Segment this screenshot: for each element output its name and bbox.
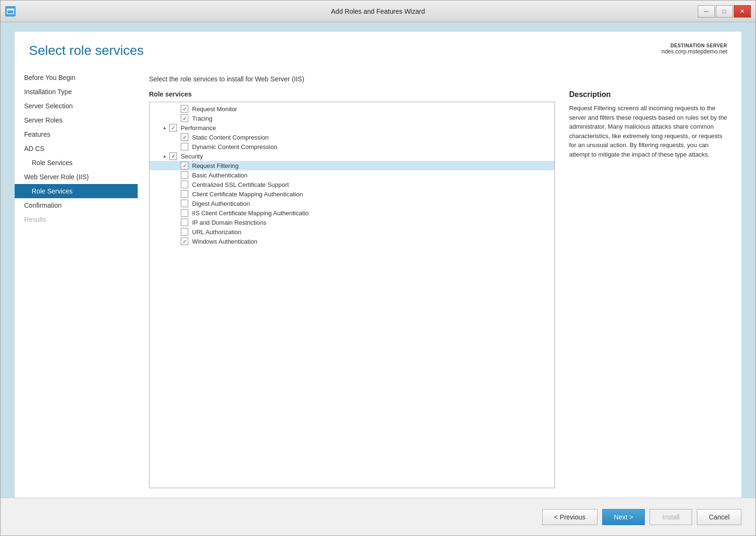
tree-item-label: Centralized SSL Certificate Support xyxy=(192,181,289,188)
close-button[interactable]: ✕ xyxy=(734,5,751,18)
tree-item-label: Request Filtering xyxy=(192,162,238,169)
checkbox[interactable] xyxy=(181,237,188,245)
services-list[interactable]: Request MonitorTracing▲PerformanceStatic… xyxy=(149,102,555,488)
tree-item[interactable]: IP and Domain Restrictions xyxy=(149,218,554,227)
dest-label: DESTINATION SERVER xyxy=(661,43,727,48)
description-title: Description xyxy=(569,90,730,99)
checkbox[interactable] xyxy=(181,219,188,226)
cancel-button[interactable]: Cancel xyxy=(697,509,741,525)
window-controls: ─ □ ✕ xyxy=(698,5,751,18)
tree-item[interactable]: IIS Client Certificate Mapping Authentic… xyxy=(149,208,554,218)
tree-item[interactable]: Windows Authentication xyxy=(149,237,554,246)
tree-item[interactable]: URL Authorization xyxy=(149,227,554,237)
title-bar: Add Roles and Features Wizard ─ □ ✕ xyxy=(0,0,756,22)
instruction-text: Select the role services to install for … xyxy=(149,75,730,83)
checkbox[interactable] xyxy=(181,105,188,113)
tree-item-label: Client Certificate Mapping Authenticatio… xyxy=(192,191,303,198)
sidebar: Before You BeginInstallation TypeServer … xyxy=(15,66,138,498)
checkbox[interactable] xyxy=(169,124,177,132)
tree-item-label: Request Monitor xyxy=(192,105,237,113)
dest-value: ndes.corp.mstepdemo.net xyxy=(661,48,727,55)
checkbox[interactable] xyxy=(181,200,188,207)
description-panel: Description Request Filtering screens al… xyxy=(569,90,730,488)
sidebar-item[interactable]: Role Services xyxy=(15,184,138,198)
tree-item-label: Security xyxy=(181,153,203,160)
checkbox[interactable] xyxy=(181,162,188,169)
main-window: Add Roles and Features Wizard ─ □ ✕ Sele… xyxy=(0,0,756,536)
checkbox[interactable] xyxy=(181,114,188,122)
tree-item-label: Tracing xyxy=(192,115,212,122)
role-services-label: Role services xyxy=(149,90,555,98)
tree-item[interactable]: Tracing xyxy=(149,114,554,123)
previous-button[interactable]: < Previous xyxy=(542,509,598,525)
tree-item-label: Windows Authentication xyxy=(192,238,257,245)
checkbox[interactable] xyxy=(181,181,188,188)
page-title: Select role services xyxy=(29,43,144,58)
sidebar-item[interactable]: Server Roles xyxy=(15,113,138,127)
tree-item-label: IP and Domain Restrictions xyxy=(192,219,266,226)
description-text: Request Filtering screens all incoming r… xyxy=(569,104,730,159)
minimize-button[interactable]: ─ xyxy=(698,5,715,18)
tree-item-label: Basic Authentication xyxy=(192,172,247,179)
role-services-panel: Role services Request MonitorTracing▲Per… xyxy=(149,90,555,488)
tree: Request MonitorTracing▲PerformanceStatic… xyxy=(149,102,554,248)
main-content: Select the role services to install for … xyxy=(138,66,741,498)
expander-icon: ▲ xyxy=(161,125,168,130)
expander-icon: ▲ xyxy=(161,154,168,158)
tree-item[interactable]: ▲Security xyxy=(149,151,554,161)
checkbox[interactable] xyxy=(181,171,188,179)
install-button[interactable]: Install xyxy=(650,509,692,525)
main-panel: Select role services DESTINATION SERVER … xyxy=(15,32,741,498)
tree-item-label: Static Content Compression xyxy=(192,134,269,141)
content-area: Select role services DESTINATION SERVER … xyxy=(0,22,756,536)
sidebar-item[interactable]: Installation Type xyxy=(15,85,138,99)
checkbox[interactable] xyxy=(181,209,188,217)
sidebar-item[interactable]: Before You Begin xyxy=(15,70,138,85)
tree-item-label: Digest Authentication xyxy=(192,200,250,207)
tree-item[interactable]: Static Content Compression xyxy=(149,132,554,142)
content-columns: Role services Request MonitorTracing▲Per… xyxy=(149,90,730,488)
tree-item[interactable]: Client Certificate Mapping Authenticatio… xyxy=(149,189,554,199)
sidebar-item: Results xyxy=(15,212,138,227)
title-bar-left xyxy=(5,6,16,17)
tree-item-label: Dynamic Content Compression xyxy=(192,143,277,150)
bottom-bar: < Previous Next > Install Cancel xyxy=(0,498,756,536)
tree-item[interactable]: Request Monitor xyxy=(149,104,554,114)
sidebar-item[interactable]: Role Services xyxy=(15,156,138,170)
panel-body: Before You BeginInstallation TypeServer … xyxy=(15,66,741,498)
tree-item[interactable]: Dynamic Content Compression xyxy=(149,142,554,151)
sidebar-item[interactable]: Web Server Role (IIS) xyxy=(15,170,138,184)
tree-item-label: IIS Client Certificate Mapping Authentic… xyxy=(192,210,308,217)
panel-header: Select role services DESTINATION SERVER … xyxy=(15,32,741,66)
checkbox[interactable] xyxy=(181,228,188,236)
wizard-icon xyxy=(5,6,16,17)
tree-item[interactable]: Centralized SSL Certificate Support xyxy=(149,180,554,189)
tree-item[interactable]: Digest Authentication xyxy=(149,199,554,208)
sidebar-item[interactable]: Server Selection xyxy=(15,99,138,113)
destination-server: DESTINATION SERVER ndes.corp.mstepdemo.n… xyxy=(661,43,727,55)
checkbox[interactable] xyxy=(181,190,188,198)
maximize-button[interactable]: □ xyxy=(716,5,733,18)
tree-item-label: Performance xyxy=(181,124,216,132)
checkbox[interactable] xyxy=(181,133,188,141)
checkbox[interactable] xyxy=(169,152,177,160)
sidebar-item[interactable]: Features xyxy=(15,127,138,141)
checkbox[interactable] xyxy=(181,143,188,150)
sidebar-item[interactable]: AD CS xyxy=(15,141,138,156)
tree-item[interactable]: Request Filtering xyxy=(149,161,554,170)
tree-item[interactable]: ▲Performance xyxy=(149,123,554,132)
tree-item[interactable]: Basic Authentication xyxy=(149,170,554,180)
next-button[interactable]: Next > xyxy=(602,509,645,525)
window-title: Add Roles and Features Wizard xyxy=(331,8,425,15)
svg-rect-1 xyxy=(7,9,14,10)
tree-item-label: URL Authorization xyxy=(192,228,241,236)
sidebar-item[interactable]: Confirmation xyxy=(15,198,138,212)
